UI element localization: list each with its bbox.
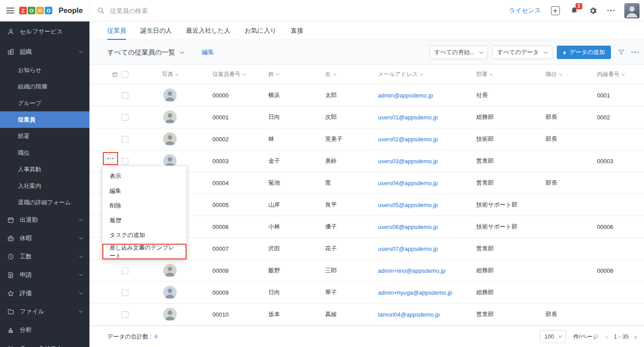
avatar	[163, 89, 177, 102]
header-email[interactable]: メールアドレス	[369, 71, 465, 78]
email-link[interactable]: users01@appsdemo.jp	[369, 114, 465, 121]
add-record-button[interactable]: + データの追加	[557, 46, 611, 59]
sidebar-item-checklist[interactable]: チェックリスト	[0, 339, 89, 347]
table-row[interactable]: 00000 横浜 太郎 admin@appsdemo.jp 社長 0001	[89, 85, 644, 106]
row-checkbox[interactable]	[122, 311, 128, 318]
sidebar-item-departments[interactable]: 部署	[0, 128, 89, 144]
sidebar-item-files[interactable]: ファイル	[0, 302, 89, 321]
email-link[interactable]: admin@appsdemo.jp	[369, 92, 465, 99]
gear-icon[interactable]	[589, 6, 597, 15]
email-link[interactable]: users04@appsdemo.jp	[369, 180, 465, 186]
chevron-down-icon	[79, 236, 83, 239]
search-input[interactable]	[110, 7, 262, 14]
page-size-select[interactable]: 100	[540, 330, 566, 343]
sidebar-item-org-hierarchy[interactable]: 組織の階層	[0, 78, 89, 95]
filter-icon[interactable]	[615, 47, 627, 58]
employee-number: 00007	[201, 245, 259, 252]
header-last-name[interactable]: 姓	[259, 71, 315, 78]
header-extension[interactable]: 内線番号	[586, 71, 644, 78]
last-name: 金子	[259, 157, 315, 165]
table-row[interactable]: 00010 坂本 真綾 tamori04@appsdemo.jp 営業部 部長	[89, 304, 644, 326]
sidebar-item-analytics[interactable]: 分析	[0, 321, 89, 339]
header-employee-number[interactable]: 従業員番号	[201, 71, 259, 78]
email-link[interactable]: users05@appsdemo.jp	[369, 202, 465, 208]
sidebar-item-employees[interactable]: 従業員	[0, 111, 89, 128]
email-link[interactable]: users02@appsdemo.jp	[369, 136, 465, 143]
sidebar-item-timesheet[interactable]: 工数	[0, 247, 89, 266]
chevron-down-icon	[79, 49, 83, 53]
sidebar-item-groups[interactable]: グループ	[0, 95, 89, 111]
tab-direct[interactable]: 直接	[291, 21, 303, 40]
add-icon[interactable]: +	[551, 6, 560, 15]
row-checkbox[interactable]	[122, 267, 128, 274]
status-filter-select[interactable]: すべての有効...	[429, 46, 488, 59]
header-first-name[interactable]: 名	[315, 71, 369, 78]
sidebar-item-exit-details[interactable]: 退職の詳細フォーム	[0, 194, 89, 211]
email-link[interactable]: admin+hyuga@appsdemo.jp	[369, 289, 465, 296]
tab-new-joinees[interactable]: 最近入社した人	[186, 21, 230, 40]
topbar: ZOHO People ライセンス + 2	[0, 0, 644, 21]
more-options-icon[interactable]	[631, 51, 639, 53]
license-link[interactable]: ライセンス	[509, 7, 541, 15]
header-department[interactable]: 部署	[465, 71, 534, 78]
header-designation[interactable]: 職位	[534, 71, 586, 78]
data-scope-select[interactable]: すべてのデータ	[492, 46, 552, 59]
chart-icon	[7, 326, 14, 334]
table-row[interactable]: 00009 日向 華子 admin+hyuga@appsdemo.jp 総務部	[89, 282, 644, 304]
table-row[interactable]: 00002 林 芙美子 users02@appsdemo.jp 技術部 部長	[89, 128, 644, 150]
edit-view-link[interactable]: 編集	[202, 48, 214, 56]
menu-item-edit[interactable]: 編集	[102, 183, 186, 198]
sidebar-item-leave[interactable]: 休暇	[0, 229, 89, 247]
employee-number: 00008	[201, 267, 259, 274]
employee-number: 00006	[201, 224, 259, 230]
sidebar-item-organization[interactable]: 組織	[0, 42, 89, 62]
sidebar-item-announcements[interactable]: お知らせ	[0, 62, 89, 78]
first-name: 次郎	[315, 113, 369, 121]
header-photo[interactable]: 写真	[139, 71, 201, 78]
table-row[interactable]: 00001 日向 次郎 users01@appsdemo.jp 総務部 部長 0…	[89, 106, 644, 128]
tab-favorites[interactable]: お気に入り	[245, 21, 276, 40]
menu-item-delete[interactable]: 削除	[102, 198, 186, 213]
sidebar-item-self-service[interactable]: セルフサービス	[0, 21, 89, 42]
email-link[interactable]: users06@appsdemo.jp	[369, 224, 465, 230]
hamburger-icon[interactable]	[6, 8, 14, 13]
sidebar-item-attendance[interactable]: 出退勤	[0, 211, 89, 229]
more-icon[interactable]	[607, 10, 615, 12]
row-checkbox[interactable]	[122, 114, 128, 121]
prev-page-icon[interactable]: ‹	[606, 332, 608, 341]
sidebar-item-label: 組織	[20, 48, 32, 56]
user-avatar[interactable]	[624, 3, 640, 18]
total-count-link[interactable]: #	[154, 333, 157, 340]
sidebar-item-appraisal[interactable]: 評価	[0, 284, 89, 302]
menu-item-history[interactable]: 履歴	[102, 213, 186, 228]
email-link[interactable]: admin+iino@appsdemo.jp	[369, 267, 465, 274]
extension-number: 0002	[586, 114, 644, 121]
tab-birthdays[interactable]: 誕生日の人	[140, 21, 172, 40]
sidebar-item-onboarding[interactable]: 入社案内	[0, 178, 89, 194]
sidebar-item-requests[interactable]: 申請	[0, 266, 89, 284]
sidebar-item-hr-transfers[interactable]: 人事異動	[0, 161, 89, 178]
column-customize-icon[interactable]	[89, 72, 121, 78]
menu-item-view[interactable]: 表示	[102, 169, 186, 183]
first-name: 三郎	[315, 267, 369, 275]
sidebar-item-designations[interactable]: 職位	[0, 144, 89, 161]
row-more-actions-button[interactable]	[105, 154, 116, 163]
extension-number: 00008	[586, 267, 644, 274]
user-icon	[7, 28, 14, 35]
view-selector[interactable]: すべての従業員の一覧	[107, 48, 184, 57]
next-page-icon[interactable]: ›	[634, 332, 637, 341]
tab-employees[interactable]: 従業員	[107, 21, 126, 40]
email-link[interactable]: users03@appsdemo.jp	[369, 158, 465, 165]
bell-icon[interactable]: 2	[570, 6, 579, 15]
select-all-checkbox[interactable]	[122, 71, 128, 78]
menu-item-mail-merge-template[interactable]: 差し込み文書のテンプレート	[102, 244, 186, 259]
table-row[interactable]: 00008 飯野 三郎 admin+iino@appsdemo.jp 総務部 0…	[89, 260, 644, 282]
row-checkbox[interactable]	[122, 136, 128, 143]
email-link[interactable]: users07@appsdemo.jp	[369, 245, 465, 252]
org-icon	[7, 48, 14, 55]
row-checkbox[interactable]	[122, 289, 128, 296]
menu-item-add-task[interactable]: タスクの追加	[102, 228, 186, 242]
row-checkbox[interactable]	[122, 158, 128, 165]
row-checkbox[interactable]	[122, 92, 128, 99]
email-link[interactable]: tamori04@appsdemo.jp	[369, 311, 465, 318]
